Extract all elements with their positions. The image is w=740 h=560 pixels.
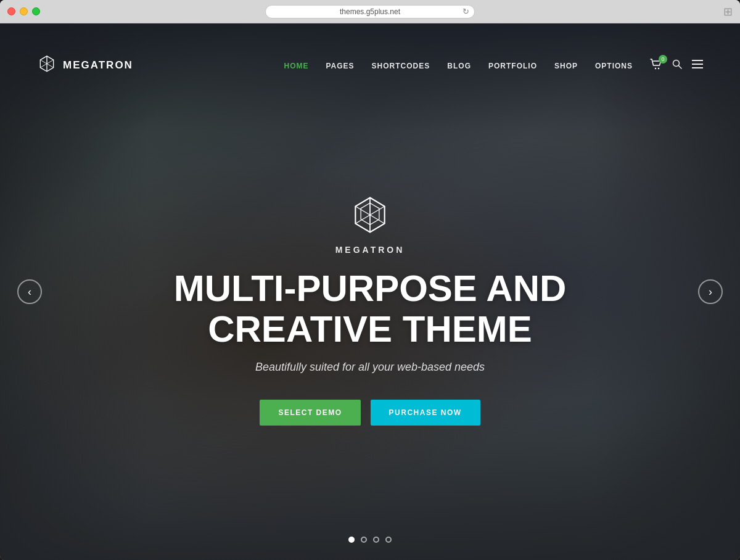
slider-dots bbox=[348, 537, 392, 543]
select-demo-button[interactable]: SELECT DEMO bbox=[260, 400, 360, 426]
nav-icons: 0 bbox=[650, 59, 703, 72]
nav-item-options[interactable]: OPTIONS bbox=[595, 60, 633, 71]
nav-link-portfolio[interactable]: PORTFOLIO bbox=[488, 62, 537, 70]
svg-point-4 bbox=[655, 68, 656, 69]
nav-link-options[interactable]: OPTIONS bbox=[595, 62, 633, 70]
nav-links: HOME PAGES SHORTCODES BLOG PORTFOLIO bbox=[284, 60, 633, 71]
close-button[interactable] bbox=[7, 7, 15, 15]
nav-cart[interactable]: 0 bbox=[650, 59, 662, 72]
hero-center-logo-text: MEGATRON bbox=[335, 245, 405, 255]
hero-subheading: Beautifully suited for all your web-base… bbox=[255, 361, 485, 374]
nav-link-home[interactable]: HOME bbox=[284, 62, 308, 70]
navbar: MEGATRON HOME PAGES SHORTCODES BLOG bbox=[25, 47, 715, 84]
hero-section: MEGATRON HOME PAGES SHORTCODES BLOG bbox=[0, 23, 740, 560]
window-resize-icon: ⊞ bbox=[723, 5, 733, 19]
url-text: themes.g5plus.net bbox=[340, 7, 400, 16]
nav-link-shop[interactable]: SHOP bbox=[554, 62, 578, 70]
slider-prev-button[interactable]: ‹ bbox=[17, 279, 42, 304]
slider-dot-3[interactable] bbox=[373, 537, 379, 543]
slider-dot-1[interactable] bbox=[348, 537, 355, 543]
slider-dot-4[interactable] bbox=[385, 537, 392, 543]
hero-heading: MULTI-PURPOSE AND CREATIVE THEME bbox=[174, 268, 567, 350]
mac-window: themes.g5plus.net ↻ ⊞ MEGAT bbox=[0, 0, 740, 560]
svg-point-5 bbox=[658, 68, 659, 69]
nav-logo[interactable]: MEGATRON bbox=[37, 56, 133, 75]
nav-item-shortcodes[interactable]: SHORTCODES bbox=[372, 60, 430, 71]
nav-link-blog[interactable]: BLOG bbox=[447, 62, 471, 70]
nav-link-shortcodes[interactable]: SHORTCODES bbox=[372, 62, 430, 70]
nav-item-blog[interactable]: BLOG bbox=[447, 60, 471, 71]
nav-item-pages[interactable]: PAGES bbox=[326, 60, 354, 71]
nav-item-shop[interactable]: SHOP bbox=[554, 60, 578, 71]
nav-item-portfolio[interactable]: PORTFOLIO bbox=[488, 60, 537, 71]
cart-badge: 0 bbox=[659, 55, 667, 64]
nav-item-home[interactable]: HOME bbox=[284, 60, 308, 71]
nav-logo-text: MEGATRON bbox=[63, 59, 133, 72]
hero-heading-line2: CREATIVE THEME bbox=[208, 308, 532, 350]
nav-logo-icon bbox=[37, 56, 57, 75]
refresh-icon[interactable]: ↻ bbox=[462, 7, 469, 16]
nav-link-pages[interactable]: PAGES bbox=[326, 62, 354, 70]
purchase-now-button[interactable]: PURCHASE NOW bbox=[371, 400, 480, 426]
maximize-button[interactable] bbox=[32, 7, 40, 15]
site-wrapper: MEGATRON HOME PAGES SHORTCODES BLOG bbox=[0, 23, 740, 560]
hero-heading-line1: MULTI-PURPOSE AND bbox=[174, 268, 567, 309]
hero-buttons: SELECT DEMO PURCHASE NOW bbox=[260, 400, 480, 426]
slider-next-button[interactable]: › bbox=[698, 279, 723, 304]
hamburger-menu-icon[interactable] bbox=[692, 60, 703, 71]
url-bar[interactable]: themes.g5plus.net ↻ bbox=[265, 5, 475, 19]
minimize-button[interactable] bbox=[20, 7, 28, 15]
hero-logo-icon bbox=[348, 196, 392, 239]
search-icon[interactable] bbox=[672, 59, 682, 72]
slider-dot-2[interactable] bbox=[361, 537, 367, 543]
hero-content: MEGATRON MULTI-PURPOSE AND CREATIVE THEM… bbox=[0, 23, 740, 560]
svg-line-7 bbox=[679, 66, 682, 69]
mac-titlebar: themes.g5plus.net ↻ ⊞ bbox=[0, 0, 740, 23]
mac-window-buttons bbox=[7, 7, 40, 15]
